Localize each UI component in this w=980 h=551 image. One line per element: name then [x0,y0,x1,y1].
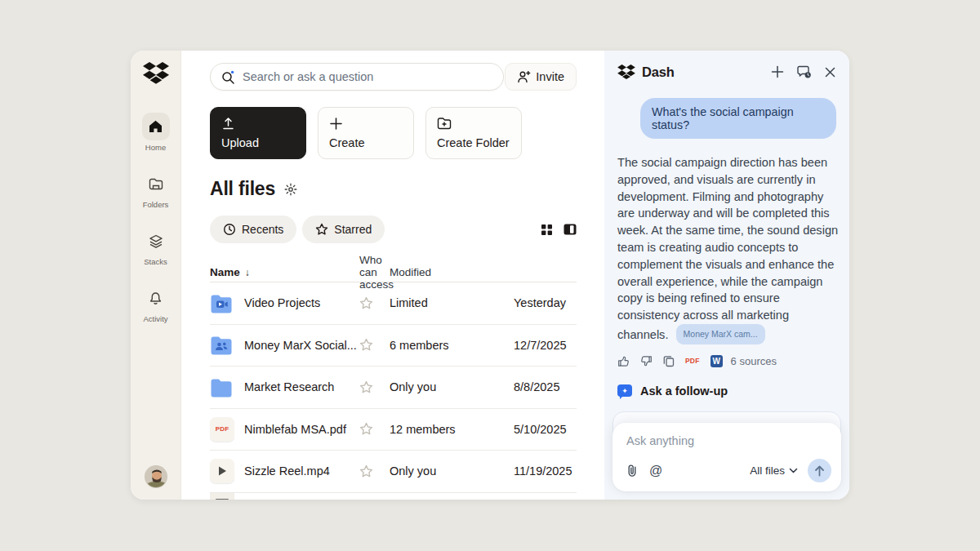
user-message-bubble: What's the social campaign status? [640,98,836,139]
table-row[interactable]: Market Research Only you 8/8/2025 [210,367,577,409]
create-label: Create [329,136,403,149]
main-content: Invite Upload Create [181,51,604,500]
response-actions: PDF W 6 sources [617,355,836,367]
file-name: Video Projects [244,296,359,309]
dash-assistant-panel: Dash [604,51,849,500]
file-access: 6 members [390,339,514,352]
star-toggle-icon[interactable] [359,422,390,436]
table-row-partial[interactable] [210,493,577,500]
table-row[interactable]: Money MarX Social... 6 members 12/7/2025 [210,325,577,367]
upload-icon [221,117,295,131]
folder-icon [210,377,244,398]
close-panel-icon[interactable] [824,66,836,78]
file-access: Limited [390,296,514,309]
file-modified: Yesterday [514,296,577,309]
ask-follow-up[interactable]: ✦ Ask a follow-up [617,384,836,398]
file-icon-partial [210,493,234,500]
recents-chip[interactable]: Recents [210,216,296,243]
file-access: Only you [390,380,514,393]
thumbs-up-icon[interactable] [617,355,630,367]
new-chat-icon[interactable] [771,65,784,78]
video-file-icon [210,459,234,483]
star-toggle-icon[interactable] [359,338,390,352]
invite-button[interactable]: Invite [505,63,577,91]
view-toggles [541,224,577,236]
dropbox-logo-icon[interactable] [143,62,169,85]
sources-count[interactable]: 6 sources [731,355,777,367]
word-source-icon[interactable]: W [710,355,723,367]
file-name: Money MarX Social... [244,339,359,352]
search-input[interactable] [243,70,492,83]
chat-input[interactable]: Ask anything [626,434,828,447]
thumbs-down-icon[interactable] [640,355,653,367]
file-modified: 8/8/2025 [514,380,577,393]
table-row[interactable]: PDF Nimblefab MSA.pdf 12 members 5/10/20… [210,409,577,451]
file-modified: 12/7/2025 [514,339,577,352]
quick-actions: Upload Create Create Folder [210,107,577,159]
star-toggle-icon[interactable] [359,296,390,310]
copy-icon[interactable] [663,355,675,367]
sidebar-item-label: Folders [143,200,169,209]
citation-chip[interactable]: Money MarX cam... [676,324,765,344]
sidebar-item-label: Activity [143,314,167,323]
folder-plus-icon [437,117,510,130]
column-header-name[interactable]: Name ↓ [210,266,359,278]
dash-logo-icon [617,64,635,80]
create-folder-button[interactable]: Create Folder [425,107,522,159]
topbar: Invite [210,63,577,91]
follow-up-label: Ask a follow-up [640,384,728,398]
settings-gear-icon[interactable] [284,183,297,196]
sidebar-item-activity[interactable]: Activity [142,284,170,323]
pdf-source-icon[interactable]: PDF [685,357,700,365]
folders-icon [142,170,170,198]
scope-label: All files [750,464,785,477]
sidebar-item-label: Home [145,143,166,152]
folder-video-icon [210,293,244,313]
column-header-modified[interactable]: Modified [390,266,514,278]
plus-icon [329,117,403,131]
home-icon [142,113,170,140]
dash-title: Dash [642,64,675,80]
table-header: Name ↓ Who can access Modified [210,254,577,282]
recents-label: Recents [242,223,283,236]
table-row[interactable]: Sizzle Reel.mp4 Only you 11/19/2025 [210,451,577,493]
sort-descending-icon: ↓ [245,267,250,278]
user-avatar[interactable] [145,465,167,488]
clock-icon [223,223,236,236]
create-folder-label: Create Folder [437,136,510,149]
create-button[interactable]: Create [318,107,414,159]
file-access: 12 members [390,423,514,436]
split-panel-view-icon[interactable] [564,224,577,235]
chevron-down-icon [789,468,798,473]
invite-label: Invite [536,70,564,83]
starred-chip[interactable]: Starred [302,216,385,243]
sidebar-item-folders[interactable]: Folders [142,170,170,209]
file-modified: 11/19/2025 [514,464,577,478]
filter-chips: Recents Starred [210,216,577,243]
assistant-response-text: The social campaign direction has been a… [617,156,838,341]
sidebar-item-stacks[interactable]: Stacks [142,227,170,266]
search-bar[interactable] [210,63,504,91]
sidebar-item-home[interactable]: Home [142,113,170,152]
person-add-icon [517,70,531,83]
grid-view-icon[interactable] [541,224,553,236]
bell-icon [142,284,170,312]
send-button[interactable] [808,459,831,482]
pdf-file-icon: PDF [210,417,234,442]
scope-selector[interactable]: All files [750,464,798,477]
sidebar: Home Folders Stacks [131,51,181,500]
file-name: Sizzle Reel.mp4 [244,464,359,478]
upload-button[interactable]: Upload [210,107,306,159]
chat-input-footer: @ All files [626,459,831,482]
upload-label: Upload [221,136,295,149]
star-toggle-icon[interactable] [359,380,390,394]
attach-paperclip-icon[interactable] [626,464,638,478]
column-header-access[interactable]: Who can access [359,254,390,291]
mention-at-icon[interactable]: @ [649,464,662,478]
app-window: Home Folders Stacks [131,51,849,500]
star-toggle-icon[interactable] [359,464,390,478]
file-name: Market Research [244,380,359,393]
chat-history-icon[interactable] [796,65,812,79]
assistant-response: The social campaign direction has been a… [617,154,840,344]
page-title: All files [210,178,275,200]
